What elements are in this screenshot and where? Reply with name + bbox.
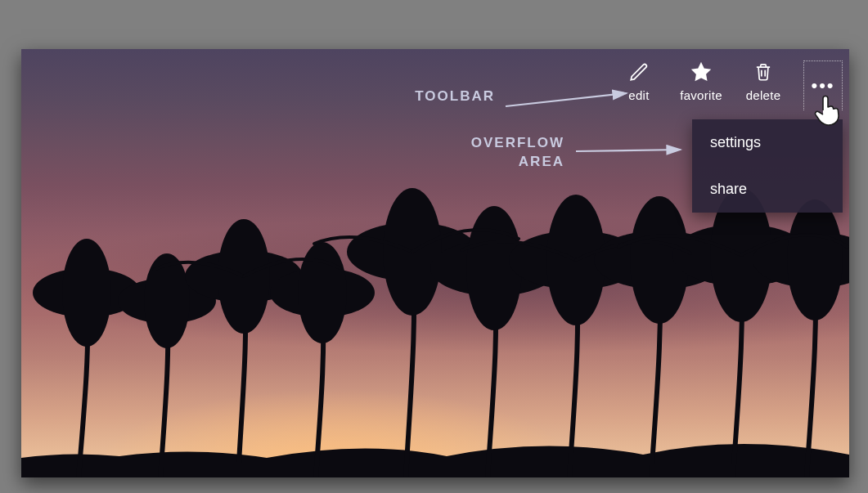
svg-point-4 xyxy=(185,250,303,303)
svg-point-1 xyxy=(62,239,111,347)
overflow-item-share[interactable]: share xyxy=(692,166,843,213)
delete-button[interactable]: delete xyxy=(741,61,785,102)
svg-point-19 xyxy=(787,199,843,320)
overflow-menu: settings share xyxy=(692,119,843,213)
svg-point-18 xyxy=(753,232,849,288)
trash-icon xyxy=(752,61,775,83)
svg-point-12 xyxy=(509,231,643,289)
svg-point-7 xyxy=(298,242,347,343)
annotation-overflow-label: OVERFLOW AREA xyxy=(262,134,564,172)
svg-point-2 xyxy=(118,278,216,324)
delete-label: delete xyxy=(746,88,781,102)
favorite-label: favorite xyxy=(680,88,722,102)
svg-point-0 xyxy=(33,268,141,317)
svg-point-8 xyxy=(347,222,478,281)
svg-line-20 xyxy=(506,93,627,106)
svg-point-9 xyxy=(383,188,442,316)
favorite-button[interactable]: favorite xyxy=(679,61,723,102)
more-button[interactable]: ••• xyxy=(803,61,843,110)
palm-silhouettes xyxy=(21,49,849,477)
overflow-item-settings[interactable]: settings xyxy=(692,119,843,166)
svg-line-21 xyxy=(576,150,681,151)
svg-point-6 xyxy=(270,268,375,317)
star-icon xyxy=(690,61,713,83)
stage: edit favorite delete ••• xyxy=(0,0,868,493)
svg-point-13 xyxy=(546,195,605,325)
svg-point-16 xyxy=(672,224,810,286)
svg-point-10 xyxy=(430,240,558,296)
annotation-toolbar-label: TOOLBAR xyxy=(262,88,495,105)
svg-point-11 xyxy=(466,206,522,330)
svg-point-15 xyxy=(630,196,689,324)
svg-point-5 xyxy=(218,219,270,334)
photo-canvas: edit favorite delete ••• xyxy=(21,49,849,477)
svg-point-14 xyxy=(594,231,725,289)
toolbar: edit favorite delete ••• xyxy=(617,61,843,110)
svg-point-3 xyxy=(144,253,190,348)
pencil-icon xyxy=(627,61,650,83)
